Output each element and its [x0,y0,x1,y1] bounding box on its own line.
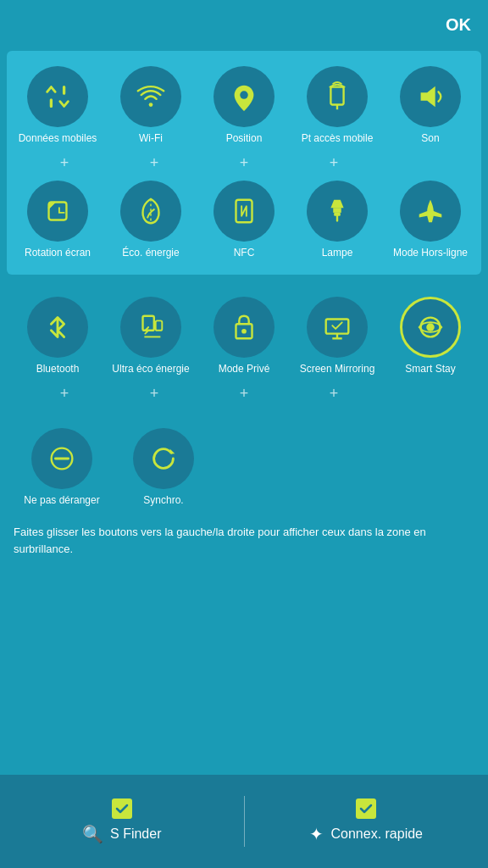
connex-row: ✦ Connex. rapide [309,824,423,844]
toggle-synchro[interactable]: Synchro. [121,428,206,508]
connex-check-icon [356,798,376,819]
wifi-label: Wi-Fi [139,132,163,146]
bluetooth-icon [42,311,74,343]
top-row-1: Données mobiles Wi-Fi [11,59,477,153]
position-icon-circle [214,66,274,127]
smart-stay-icon [414,311,446,343]
toggle-rotation[interactable]: Rotation écran [15,181,100,260]
s-finder-button[interactable]: 🔍 S Finder [0,790,244,853]
son-icon-circle [400,66,461,127]
donnees-mobiles-label: Données mobiles [19,132,97,146]
svg-marker-8 [330,199,343,208]
plus-1: + [22,154,107,172]
rotation-label: Rotation écran [25,247,91,260]
instruction-text: Faites glisser les boutons vers la gauch… [0,514,488,557]
toggle-lampe[interactable]: Lampe [295,181,380,260]
plus-4: + [291,154,376,172]
search-icon: 🔍 [82,824,103,844]
toggle-mode-hors-ligne[interactable]: Mode Hors-ligne [388,181,473,260]
plus-m4: + [291,385,376,403]
plus-m3: + [202,385,286,403]
airplane-icon [414,195,446,227]
toggle-son[interactable]: Son [388,66,473,146]
pt-acces-icon-circle [307,66,368,127]
s-finder-check-wrapper [112,798,132,821]
screen-mirroring-label: Screen Mirroring [300,363,375,376]
toggle-ultra-eco[interactable]: Ultra éco énergie [108,297,193,376]
plus-2: + [112,154,197,172]
svg-rect-13 [156,321,163,331]
toggle-screen-mirroring[interactable]: Screen Mirroring [295,297,380,376]
synchro-label: Synchro. [143,494,183,508]
bluetooth-label: Bluetooth [36,363,80,376]
plus-m2: + [112,385,197,403]
ok-button[interactable]: OK [446,15,471,35]
svg-point-16 [241,329,247,334]
toggle-ne-pas-deranger[interactable]: Ne pas déranger [19,428,104,508]
bluetooth-icon-circle [27,297,88,358]
nfc-icon [228,195,260,227]
donnees-mobiles-icon-circle [27,66,88,127]
plus-row-1: + + + + [19,153,469,174]
connex-rapide-button[interactable]: ✦ Connex. rapide [245,790,489,853]
dnd-label: Ne pas déranger [24,494,99,508]
lampe-icon [321,195,353,227]
svg-point-1 [149,103,153,107]
toggle-mode-prive[interactable]: Mode Privé [202,297,286,376]
position-label: Position [226,132,263,146]
toggle-smart-stay[interactable]: Smart Stay [388,297,473,376]
svg-rect-9 [333,208,341,213]
pt-acces-label: Pt accès mobile [302,132,374,146]
dnd-icon-circle [31,428,92,489]
toggle-donnees-mobiles[interactable]: Données mobiles [15,66,100,146]
svg-point-21 [426,323,435,331]
wifi-icon [135,81,167,113]
plus-3: + [202,154,286,172]
toggle-pt-acces[interactable]: Pt accès mobile [295,66,380,146]
toggle-wifi[interactable]: Wi-Fi [108,66,193,146]
son-label: Son [421,132,439,146]
eco-icon-circle [120,181,181,242]
smart-stay-label: Smart Stay [405,363,455,376]
bottom-section: Ne pas déranger Synchro. [7,413,481,515]
s-finder-label: S Finder [110,826,161,842]
sync-icon [147,442,180,475]
mode-hors-ligne-label: Mode Hors-ligne [393,247,468,260]
rotation-icon-circle [27,181,88,242]
screen-mirror-icon [321,311,353,343]
toggle-eco[interactable]: Éco. énergie [108,181,193,260]
plus-m1: + [22,385,107,403]
main-container: Données mobiles Wi-Fi [0,51,488,775]
wifi-icon-circle [120,66,181,127]
toggle-bluetooth[interactable]: Bluetooth [15,297,100,376]
lampe-icon-circle [307,181,368,242]
top-section: Données mobiles Wi-Fi [7,51,481,275]
pt-acces-icon [321,81,353,113]
middle-section: Bluetooth Ultra éco énergie [7,281,481,413]
lampe-label: Lampe [322,247,353,260]
s-finder-row: 🔍 S Finder [82,824,161,844]
top-row-2: Rotation écran Éco. énergie [11,174,477,267]
s-finder-check-icon [112,798,132,819]
svg-rect-3 [330,87,343,105]
eco-icon [135,195,167,227]
mode-prive-label: Mode Privé [219,363,270,376]
plus-row-2: + + + + [19,383,469,404]
nfc-label: NFC [234,247,255,260]
mode-prive-icon-circle [214,297,274,358]
rotation-icon [42,195,74,227]
middle-row: Bluetooth Ultra éco énergie [11,290,477,383]
screen-mirroring-icon-circle [307,297,368,358]
toggle-nfc[interactable]: NFC [202,181,286,260]
connex-check-wrapper [356,798,376,821]
connex-rapide-icon: ✦ [309,824,324,844]
position-icon [228,81,260,113]
son-icon [414,81,446,113]
sync-icon-circle [133,428,194,489]
smart-stay-icon-circle [400,297,461,358]
eco-label: Éco. énergie [122,247,179,260]
bottom-bar: 🔍 S Finder ✦ Connex. rapide [0,775,488,868]
mode-hors-ligne-icon-circle [400,181,461,242]
toggle-position[interactable]: Position [202,66,286,146]
nfc-icon-circle [214,181,274,242]
